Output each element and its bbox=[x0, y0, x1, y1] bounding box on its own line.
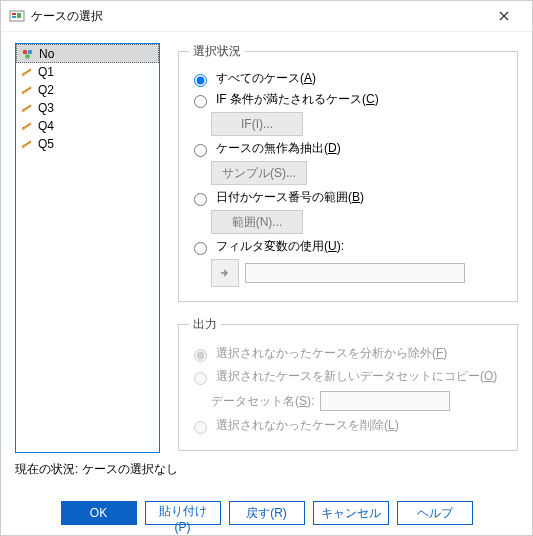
radio-all-cases[interactable] bbox=[194, 74, 207, 87]
svg-point-6 bbox=[25, 54, 30, 59]
move-variable-button[interactable] bbox=[211, 259, 239, 287]
label-dataset-name: データセット名(S): bbox=[211, 393, 314, 410]
label-filter-var: フィルタ変数の使用(U): bbox=[216, 238, 344, 255]
radio-filter-var[interactable] bbox=[194, 242, 207, 255]
variable-label: Q3 bbox=[38, 101, 54, 115]
radio-random-sample[interactable] bbox=[194, 144, 207, 157]
dialog-window: ケースの選択 NoQ1Q2Q3Q4Q5 選択状況 すべてのケース(A) IF 条… bbox=[0, 0, 533, 536]
label-random-sample: ケースの無作為抽出(D) bbox=[216, 140, 341, 157]
variable-label: Q4 bbox=[38, 119, 54, 133]
variable-label: Q5 bbox=[38, 137, 54, 151]
svg-rect-8 bbox=[22, 86, 32, 94]
radio-if-condition[interactable] bbox=[194, 95, 207, 108]
variable-item-q4[interactable]: Q4 bbox=[16, 117, 159, 135]
app-icon bbox=[9, 8, 25, 24]
title-bar: ケースの選択 bbox=[1, 1, 532, 32]
variable-label: Q1 bbox=[38, 65, 54, 79]
range-button[interactable]: 範囲(N)... bbox=[211, 210, 303, 234]
output-group: 出力 選択されなかったケースを分析から除外(F) 選択されたケースを新しいデータ… bbox=[178, 316, 518, 451]
output-legend: 出力 bbox=[189, 316, 221, 333]
variable-item-q2[interactable]: Q2 bbox=[16, 81, 159, 99]
scale-icon bbox=[20, 65, 34, 79]
button-bar: OK 貼り付け(P) 戻す(R) キャンセル ヘルプ bbox=[1, 501, 532, 525]
dataset-name-field[interactable] bbox=[320, 391, 450, 411]
radio-range[interactable] bbox=[194, 193, 207, 206]
label-range: 日付かケース番号の範囲(B) bbox=[216, 189, 364, 206]
client-area: NoQ1Q2Q3Q4Q5 選択状況 すべてのケース(A) IF 条件が満たされる… bbox=[1, 31, 532, 535]
variable-label: No bbox=[39, 47, 54, 61]
svg-rect-2 bbox=[12, 16, 16, 18]
sample-button[interactable]: サンプル(S)... bbox=[211, 161, 307, 185]
status-text: 現在の状況: ケースの選択なし bbox=[15, 461, 518, 478]
filter-variable-field[interactable] bbox=[245, 263, 465, 283]
reset-button[interactable]: 戻す(R) bbox=[229, 501, 305, 525]
label-exclude: 選択されなかったケースを分析から除外(F) bbox=[216, 345, 447, 362]
variable-item-q3[interactable]: Q3 bbox=[16, 99, 159, 117]
svg-rect-3 bbox=[17, 13, 21, 18]
label-delete: 選択されなかったケースを削除(L) bbox=[216, 417, 399, 434]
variable-list[interactable]: NoQ1Q2Q3Q4Q5 bbox=[15, 43, 160, 453]
scale-icon bbox=[20, 101, 34, 115]
nominal-icon bbox=[21, 47, 35, 61]
scale-icon bbox=[20, 83, 34, 97]
variable-item-q5[interactable]: Q5 bbox=[16, 135, 159, 153]
scale-icon bbox=[20, 119, 34, 133]
paste-button[interactable]: 貼り付け(P) bbox=[145, 501, 221, 525]
help-button[interactable]: ヘルプ bbox=[397, 501, 473, 525]
svg-point-4 bbox=[23, 49, 28, 54]
svg-rect-1 bbox=[12, 13, 16, 15]
close-button[interactable] bbox=[484, 2, 524, 30]
scale-icon bbox=[20, 137, 34, 151]
if-button[interactable]: IF(I)... bbox=[211, 112, 303, 136]
radio-copy-dataset[interactable] bbox=[194, 372, 207, 385]
svg-rect-11 bbox=[22, 140, 32, 148]
radio-delete[interactable] bbox=[194, 421, 207, 434]
cancel-button[interactable]: キャンセル bbox=[313, 501, 389, 525]
variable-label: Q2 bbox=[38, 83, 54, 97]
label-if-condition: IF 条件が満たされるケース(C) bbox=[216, 91, 379, 108]
variable-item-no[interactable]: No bbox=[16, 44, 159, 63]
selection-legend: 選択状況 bbox=[189, 43, 245, 60]
selection-group: 選択状況 すべてのケース(A) IF 条件が満たされるケース(C) IF(I).… bbox=[178, 43, 518, 302]
svg-rect-7 bbox=[22, 68, 32, 76]
svg-rect-10 bbox=[22, 122, 32, 130]
label-copy-dataset: 選択されたケースを新しいデータセットにコピー(O) bbox=[216, 368, 497, 385]
svg-rect-9 bbox=[22, 104, 32, 112]
label-all-cases: すべてのケース(A) bbox=[216, 70, 316, 87]
svg-point-5 bbox=[28, 49, 33, 54]
window-title: ケースの選択 bbox=[31, 8, 484, 25]
radio-exclude[interactable] bbox=[194, 349, 207, 362]
variable-item-q1[interactable]: Q1 bbox=[16, 63, 159, 81]
ok-button[interactable]: OK bbox=[61, 501, 137, 525]
